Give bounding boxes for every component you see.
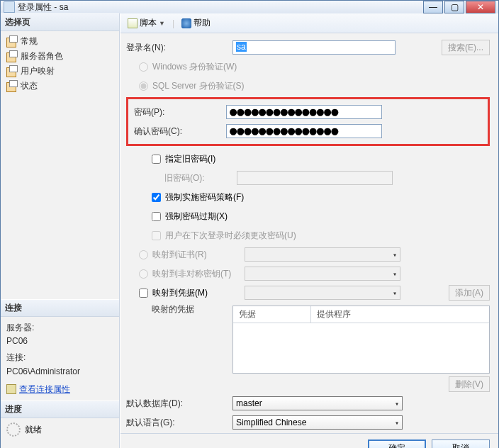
close-button[interactable]: ✕ [466,1,495,13]
map-key-label: 映射到非对称密钥(T) [152,268,245,280]
old-password-label: 旧密码(O): [152,172,237,184]
script-button[interactable]: 脚本 ▼ [125,16,168,30]
server-label: 服务器: [6,321,113,335]
help-icon [181,18,191,28]
policy-label: 强制实施密码策略(F) [165,191,244,203]
credentials-list[interactable]: 凭据 提供程序 [232,306,490,374]
page-icon [6,67,18,77]
login-name-input[interactable]: sa [232,40,396,55]
titlebar: 登录属性 - sa — ▢ ✕ [1,1,498,13]
mapped-cred-label: 映射的凭据 [126,303,232,315]
password-input[interactable]: ●●●●●●●●●●●●●●● [226,105,382,119]
sidebar-item-server-roles[interactable]: 服务器角色 [2,49,118,64]
map-cred-checkbox[interactable] [139,289,148,298]
minimize-button[interactable]: — [423,1,443,13]
map-cert-radio [139,250,148,259]
sidebar-item-status[interactable]: 状态 [2,79,118,94]
progress-header: 进度 [1,401,119,418]
search-button: 搜索(E)... [442,40,490,55]
old-password-input [237,171,393,185]
old-password-chk-label: 指定旧密码(I) [165,153,215,165]
delete-button: 删除(V) [449,376,490,392]
sidebar-item-user-mapping[interactable]: 用户映射 [2,64,118,79]
maximize-button[interactable]: ▢ [444,1,464,13]
sidebar-item-label: 常规 [21,35,38,47]
app-icon [4,1,15,13]
status-text: 就绪 [25,424,42,436]
window-title: 登录属性 - sa [18,1,423,13]
cred-combo [245,286,400,300]
toolbar: 脚本 ▼ | 帮助 [120,13,498,33]
confirm-password-label: 确认密码(C): [134,125,226,138]
script-icon [128,18,138,28]
windows-auth-radio [139,62,148,72]
page-icon [6,52,18,62]
select-page-header: 选择页 [1,13,119,31]
sidebar-item-general[interactable]: 常规 [2,34,118,49]
page-icon [6,82,18,91]
cancel-button[interactable]: 取消 [432,439,490,448]
confirm-password-input[interactable]: ●●●●●●●●●●●●●●● [226,124,382,138]
server-value: PC06 [6,335,113,348]
properties-icon [6,384,16,394]
old-password-checkbox[interactable] [152,155,161,164]
add-button: 添加(A) [449,285,490,301]
login-name-label: 登录名(N): [126,42,232,54]
help-label: 帮助 [194,17,211,29]
script-label: 脚本 [140,17,157,29]
map-key-radio [139,269,148,279]
connection-value: PC06\Administrator [6,365,113,379]
default-lang-combo[interactable]: Simplified Chinese [232,415,403,430]
password-label: 密码(P): [134,106,226,118]
ok-button[interactable]: 确定 [368,439,426,448]
expire-checkbox[interactable] [152,212,161,221]
sql-auth-label: SQL Server 身份验证(S) [152,80,245,92]
highlight-box: 密码(P): ●●●●●●●●●●●●●●● 确认密码(C): ●●●●●●●●… [126,97,490,146]
cred-col-name: 凭据 [233,306,311,323]
view-connection-link[interactable]: 查看连接属性 [19,383,70,396]
must-change-checkbox [152,231,161,240]
sidebar-item-label: 用户映射 [21,65,55,77]
connection-header: 连接 [1,299,119,317]
must-change-label: 用户在下次登录时必须更改密码(U) [165,230,296,242]
default-lang-label: 默认语言(G): [126,417,232,429]
connection-label: 连接: [6,351,113,364]
sql-auth-radio [139,82,148,91]
sidebar-item-label: 状态 [21,80,38,92]
map-cred-label: 映射到凭据(M) [152,287,245,299]
sidebar: 选择页 常规 服务器角色 用户映射 状态 连接 服务器: PC06 连接: PC… [1,13,120,448]
default-db-combo[interactable]: master [232,396,403,410]
sidebar-item-label: 服务器角色 [21,50,63,62]
key-combo [245,267,400,281]
cert-combo [245,247,400,262]
help-button[interactable]: 帮助 [179,16,213,30]
cred-col-provider: 提供程序 [311,306,357,323]
chevron-down-icon: ▼ [159,20,165,27]
map-cert-label: 映射到证书(R) [152,249,245,261]
policy-checkbox[interactable] [152,193,161,202]
expire-label: 强制密码过期(X) [165,211,228,223]
page-icon [6,37,18,47]
default-db-label: 默认数据库(D): [126,398,232,410]
windows-auth-label: Windows 身份验证(W) [152,61,237,73]
spinner-icon [6,422,21,437]
